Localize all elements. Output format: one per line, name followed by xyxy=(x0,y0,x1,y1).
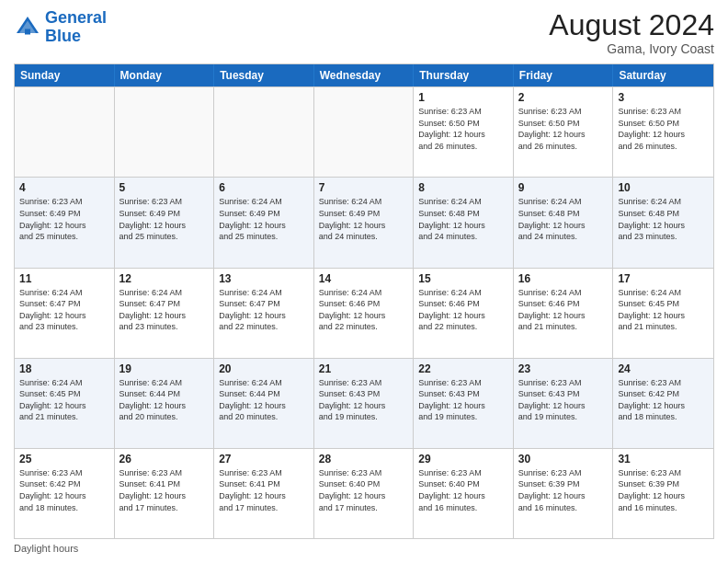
day-number: 3 xyxy=(618,91,709,104)
cal-row-3: 18Sunrise: 6:24 AM Sunset: 6:45 PM Dayli… xyxy=(15,358,713,448)
day-number: 31 xyxy=(618,453,709,465)
day-number: 2 xyxy=(518,91,609,104)
day-number: 4 xyxy=(19,181,109,194)
day-number: 18 xyxy=(19,362,109,375)
logo-text: General Blue xyxy=(45,9,107,46)
day-number: 17 xyxy=(618,272,709,285)
svg-rect-2 xyxy=(25,29,30,34)
cal-cell: 20Sunrise: 6:24 AM Sunset: 6:44 PM Dayli… xyxy=(214,359,314,448)
cell-info: Sunrise: 6:24 AM Sunset: 6:48 PM Dayligh… xyxy=(618,196,709,242)
cal-cell: 3Sunrise: 6:23 AM Sunset: 6:50 PM Daylig… xyxy=(613,87,713,177)
cell-info: Sunrise: 6:23 AM Sunset: 6:50 PM Dayligh… xyxy=(618,106,709,152)
cell-info: Sunrise: 6:24 AM Sunset: 6:47 PM Dayligh… xyxy=(119,287,210,333)
cell-info: Sunrise: 6:24 AM Sunset: 6:44 PM Dayligh… xyxy=(119,377,210,423)
cell-info: Sunrise: 6:23 AM Sunset: 6:49 PM Dayligh… xyxy=(119,196,210,242)
cell-info: Sunrise: 6:23 AM Sunset: 6:49 PM Dayligh… xyxy=(19,196,109,242)
day-number: 19 xyxy=(119,362,210,375)
page: General Blue August 2024 Gama, Ivory Coa… xyxy=(0,0,728,563)
day-number: 7 xyxy=(319,181,409,194)
day-number: 12 xyxy=(119,272,210,285)
logo: General Blue xyxy=(14,9,107,46)
cal-cell: 23Sunrise: 6:23 AM Sunset: 6:43 PM Dayli… xyxy=(514,359,614,448)
calendar-body: 1Sunrise: 6:23 AM Sunset: 6:50 PM Daylig… xyxy=(15,86,713,538)
footer-note: Daylight hours xyxy=(14,539,714,554)
cal-cell: 29Sunrise: 6:23 AM Sunset: 6:40 PM Dayli… xyxy=(414,449,514,538)
day-number: 25 xyxy=(19,453,109,465)
day-number: 22 xyxy=(418,362,508,375)
cell-info: Sunrise: 6:23 AM Sunset: 6:41 PM Dayligh… xyxy=(219,467,309,513)
day-number: 8 xyxy=(418,181,508,194)
day-number: 13 xyxy=(219,272,309,285)
cal-cell: 27Sunrise: 6:23 AM Sunset: 6:41 PM Dayli… xyxy=(214,449,314,538)
day-number: 26 xyxy=(119,453,210,465)
cell-info: Sunrise: 6:24 AM Sunset: 6:45 PM Dayligh… xyxy=(19,377,109,423)
cell-info: Sunrise: 6:23 AM Sunset: 6:42 PM Dayligh… xyxy=(19,467,109,513)
cell-info: Sunrise: 6:23 AM Sunset: 6:42 PM Dayligh… xyxy=(618,377,709,423)
calendar-header: SundayMondayTuesdayWednesdayThursdayFrid… xyxy=(15,64,713,86)
cal-cell: 12Sunrise: 6:24 AM Sunset: 6:47 PM Dayli… xyxy=(115,269,215,358)
cell-info: Sunrise: 6:24 AM Sunset: 6:46 PM Dayligh… xyxy=(319,287,409,333)
cell-info: Sunrise: 6:24 AM Sunset: 6:46 PM Dayligh… xyxy=(418,287,508,333)
day-number: 6 xyxy=(219,181,309,194)
cell-info: Sunrise: 6:24 AM Sunset: 6:47 PM Dayligh… xyxy=(219,287,309,333)
day-number: 23 xyxy=(518,362,609,375)
cal-cell: 26Sunrise: 6:23 AM Sunset: 6:41 PM Dayli… xyxy=(115,449,215,538)
cal-cell: 21Sunrise: 6:23 AM Sunset: 6:43 PM Dayli… xyxy=(314,359,415,448)
cal-cell: 30Sunrise: 6:23 AM Sunset: 6:39 PM Dayli… xyxy=(514,449,614,538)
cell-info: Sunrise: 6:23 AM Sunset: 6:40 PM Dayligh… xyxy=(418,467,508,513)
cal-header-friday: Friday xyxy=(514,64,614,86)
cal-cell: 4Sunrise: 6:23 AM Sunset: 6:49 PM Daylig… xyxy=(15,178,115,267)
cell-info: Sunrise: 6:24 AM Sunset: 6:48 PM Dayligh… xyxy=(518,196,609,242)
cal-cell: 22Sunrise: 6:23 AM Sunset: 6:43 PM Dayli… xyxy=(414,359,514,448)
day-number: 20 xyxy=(219,362,309,375)
cal-header-thursday: Thursday xyxy=(414,64,514,86)
main-title: August 2024 xyxy=(549,9,714,41)
cell-info: Sunrise: 6:24 AM Sunset: 6:45 PM Dayligh… xyxy=(618,287,709,333)
cal-cell: 13Sunrise: 6:24 AM Sunset: 6:47 PM Dayli… xyxy=(214,269,314,358)
day-number: 24 xyxy=(618,362,709,375)
cal-cell: 16Sunrise: 6:24 AM Sunset: 6:46 PM Dayli… xyxy=(514,269,614,358)
cal-cell: 17Sunrise: 6:24 AM Sunset: 6:45 PM Dayli… xyxy=(613,269,713,358)
cell-info: Sunrise: 6:23 AM Sunset: 6:39 PM Dayligh… xyxy=(518,467,609,513)
day-number: 11 xyxy=(19,272,109,285)
cal-cell: 11Sunrise: 6:24 AM Sunset: 6:47 PM Dayli… xyxy=(15,269,115,358)
cal-cell: 5Sunrise: 6:23 AM Sunset: 6:49 PM Daylig… xyxy=(115,178,215,267)
title-block: August 2024 Gama, Ivory Coast xyxy=(549,9,714,56)
cal-cell: 8Sunrise: 6:24 AM Sunset: 6:48 PM Daylig… xyxy=(414,178,514,267)
day-number: 10 xyxy=(618,181,709,194)
cal-header-monday: Monday xyxy=(115,64,215,86)
header: General Blue August 2024 Gama, Ivory Coa… xyxy=(14,9,714,56)
cell-info: Sunrise: 6:24 AM Sunset: 6:48 PM Dayligh… xyxy=(418,196,508,242)
cell-info: Sunrise: 6:23 AM Sunset: 6:43 PM Dayligh… xyxy=(418,377,508,423)
cell-info: Sunrise: 6:23 AM Sunset: 6:40 PM Dayligh… xyxy=(319,467,409,513)
cal-cell: 1Sunrise: 6:23 AM Sunset: 6:50 PM Daylig… xyxy=(414,87,514,177)
cal-cell: 31Sunrise: 6:23 AM Sunset: 6:39 PM Dayli… xyxy=(613,449,713,538)
cal-cell: 28Sunrise: 6:23 AM Sunset: 6:40 PM Dayli… xyxy=(314,449,415,538)
day-number: 30 xyxy=(518,453,609,465)
day-number: 1 xyxy=(418,91,508,104)
cal-cell: 18Sunrise: 6:24 AM Sunset: 6:45 PM Dayli… xyxy=(15,359,115,448)
cell-info: Sunrise: 6:24 AM Sunset: 6:46 PM Dayligh… xyxy=(518,287,609,333)
cal-cell xyxy=(314,87,415,177)
cell-info: Sunrise: 6:24 AM Sunset: 6:49 PM Dayligh… xyxy=(319,196,409,242)
subtitle: Gama, Ivory Coast xyxy=(549,41,714,56)
cal-cell: 10Sunrise: 6:24 AM Sunset: 6:48 PM Dayli… xyxy=(613,178,713,267)
cal-row-4: 25Sunrise: 6:23 AM Sunset: 6:42 PM Dayli… xyxy=(15,448,713,538)
cal-cell: 6Sunrise: 6:24 AM Sunset: 6:49 PM Daylig… xyxy=(214,178,314,267)
cal-cell xyxy=(214,87,314,177)
cell-info: Sunrise: 6:23 AM Sunset: 6:50 PM Dayligh… xyxy=(518,106,609,152)
cal-cell: 2Sunrise: 6:23 AM Sunset: 6:50 PM Daylig… xyxy=(514,87,614,177)
cal-header-saturday: Saturday xyxy=(613,64,713,86)
cell-info: Sunrise: 6:23 AM Sunset: 6:43 PM Dayligh… xyxy=(319,377,409,423)
cell-info: Sunrise: 6:24 AM Sunset: 6:47 PM Dayligh… xyxy=(19,287,109,333)
day-number: 16 xyxy=(518,272,609,285)
logo-icon xyxy=(14,14,41,41)
cell-info: Sunrise: 6:23 AM Sunset: 6:50 PM Dayligh… xyxy=(418,106,508,152)
cal-row-2: 11Sunrise: 6:24 AM Sunset: 6:47 PM Dayli… xyxy=(15,268,713,358)
cal-cell: 7Sunrise: 6:24 AM Sunset: 6:49 PM Daylig… xyxy=(314,178,415,267)
cal-row-0: 1Sunrise: 6:23 AM Sunset: 6:50 PM Daylig… xyxy=(15,86,713,177)
cal-header-sunday: Sunday xyxy=(15,64,115,86)
cal-cell xyxy=(15,87,115,177)
logo-line2: Blue xyxy=(45,27,81,45)
cell-info: Sunrise: 6:24 AM Sunset: 6:44 PM Dayligh… xyxy=(219,377,309,423)
